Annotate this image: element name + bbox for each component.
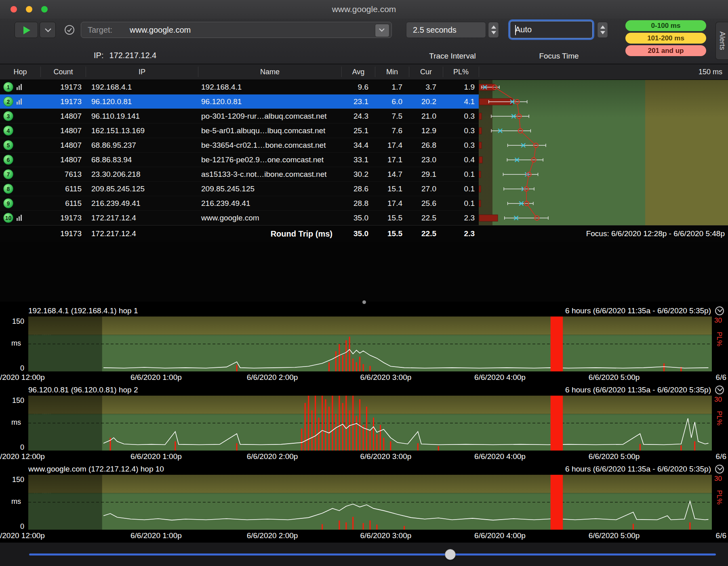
col-header-hop[interactable]: Hop bbox=[0, 67, 40, 77]
splitter-handle-icon bbox=[362, 300, 366, 304]
hop-name: be-5-ar01.albuqu…lbuq.comcast.net bbox=[198, 126, 341, 135]
x-axis-label: 6/6/2020 4:00p bbox=[474, 531, 526, 540]
hop-number-badge: 2 bbox=[3, 96, 13, 107]
x-axis-label: 6/6/2020 1:00p bbox=[130, 531, 182, 540]
hop-cur: 3.7 bbox=[409, 83, 443, 92]
hop-avg: 9.6 bbox=[341, 83, 375, 92]
col-header-avg[interactable]: Avg bbox=[341, 67, 375, 77]
play-icon bbox=[23, 26, 30, 34]
hop-min: 7.6 bbox=[375, 126, 409, 135]
target-dropdown-button[interactable] bbox=[375, 24, 389, 37]
timeline-graphs: 192.168.4.1 (192.168.4.1) hop 16 hours (… bbox=[0, 305, 728, 543]
x-axis-label: 6/6/2020 3:00p bbox=[360, 373, 412, 382]
hop-avg: 23.1 bbox=[341, 97, 375, 106]
summary-cur: 22.5 bbox=[409, 229, 443, 238]
timeline-slider-thumb[interactable] bbox=[445, 549, 456, 560]
col-header-min[interactable]: Min bbox=[375, 67, 409, 77]
empty-area bbox=[0, 242, 728, 302]
hop-ip: 172.217.12.4 bbox=[86, 214, 198, 222]
hop-count: 19173 bbox=[40, 97, 86, 106]
summary-count: 19173 bbox=[40, 229, 86, 238]
ip-value: 172.217.12.4 bbox=[109, 51, 156, 60]
col-header-cur[interactable]: Cur bbox=[409, 67, 443, 77]
hop-name: 209.85.245.125 bbox=[198, 184, 341, 193]
x-axis-label: /2020 12:00p bbox=[0, 373, 45, 382]
target-label: Target: bbox=[88, 25, 112, 35]
timeline-collapse-button[interactable] bbox=[715, 306, 724, 315]
col-header-count[interactable]: Count bbox=[40, 67, 86, 77]
timeline-collapse-button[interactable] bbox=[715, 386, 724, 394]
timeline-slider-track[interactable] bbox=[29, 553, 716, 556]
target-input[interactable]: Target: www.google.com bbox=[81, 22, 392, 38]
hop-number-badge: 6 bbox=[3, 155, 13, 165]
hop-count: 14807 bbox=[40, 112, 86, 121]
timeline-plot[interactable] bbox=[28, 475, 712, 530]
chevron-down-icon bbox=[379, 28, 385, 33]
pl-axis-label: PL% bbox=[715, 411, 723, 426]
latency-scale-label: 150 ms bbox=[479, 67, 728, 77]
bar-chart-icon[interactable] bbox=[17, 99, 22, 105]
hop-pl: 0.1 bbox=[443, 199, 479, 208]
x-axis-label: 6/6/2020 2:00p bbox=[247, 373, 298, 382]
timeline-collapse-button[interactable] bbox=[715, 465, 724, 474]
hop-avg: 24.3 bbox=[341, 112, 375, 121]
hop-pl: 0.3 bbox=[443, 126, 479, 135]
timeline-chart-hop: www.google.com (172.217.12.4) hop 106 ho… bbox=[0, 463, 728, 543]
hop-min: 14.7 bbox=[375, 170, 409, 179]
trace-interval-stepper[interactable] bbox=[488, 22, 499, 38]
focus-time-stepper[interactable] bbox=[597, 22, 608, 38]
col-header-name[interactable]: Name bbox=[198, 67, 341, 77]
timeline-range-label: 6 hours (6/6/2020 11:35a - 6/6/2020 5:35… bbox=[565, 386, 711, 394]
timeline-plot[interactable] bbox=[28, 396, 712, 451]
hop-name: 192.168.4.1 bbox=[198, 83, 341, 92]
hop-ip: 216.239.49.41 bbox=[86, 199, 198, 208]
hop-min: 15.1 bbox=[375, 184, 409, 193]
x-axis-label: 6/6/2020 3:00p bbox=[360, 452, 412, 461]
hop-name: po-301-1209-rur…albuq.comcast.net bbox=[198, 112, 341, 121]
start-trace-button[interactable] bbox=[15, 22, 38, 38]
hop-cur: 27.0 bbox=[409, 184, 443, 193]
col-header-pl[interactable]: PL% bbox=[443, 67, 479, 77]
bottom-bar bbox=[0, 543, 728, 566]
alerts-tab[interactable]: Alerts bbox=[715, 22, 728, 60]
hop-count: 6115 bbox=[40, 199, 86, 208]
hop-min: 17.4 bbox=[375, 199, 409, 208]
bar-chart-icon[interactable] bbox=[17, 84, 22, 90]
pane-splitter[interactable] bbox=[0, 300, 728, 304]
timeline-title: 192.168.4.1 (192.168.4.1) hop 1 bbox=[28, 306, 138, 315]
trace-interval-select[interactable]: 2.5 seconds bbox=[406, 22, 486, 38]
x-axis: /2020 12:00p6/6/2020 1:00p6/6/2020 2:00p… bbox=[0, 451, 728, 463]
hop-pl: 0.1 bbox=[443, 170, 479, 179]
x-axis-label: 6/6 bbox=[716, 452, 726, 461]
hop-count: 14807 bbox=[40, 155, 86, 164]
col-header-ip[interactable]: IP bbox=[86, 67, 198, 77]
legend-101-200ms: 101-200 ms bbox=[625, 33, 706, 44]
focus-time-input[interactable]: Auto bbox=[510, 21, 593, 38]
hop-cur: 23.0 bbox=[409, 155, 443, 164]
hop-ip: 68.86.83.94 bbox=[86, 155, 198, 164]
trace-interval-value: 2.5 seconds bbox=[413, 25, 457, 35]
summary-min: 15.5 bbox=[375, 229, 409, 238]
hop-pl: 4.1 bbox=[443, 97, 479, 106]
x-axis-label: 6/6/2020 5:00p bbox=[589, 373, 640, 382]
timeline-chart-hop: 96.120.0.81 (96.120.0.81) hop 26 hours (… bbox=[0, 384, 728, 463]
hop-name: be-33654-cr02.1…bone.comcast.net bbox=[198, 141, 341, 150]
timeline-plot[interactable] bbox=[28, 317, 712, 371]
trace-menu-button[interactable] bbox=[40, 22, 56, 38]
y-axis-max-label: 150 bbox=[0, 317, 24, 326]
hop-number-badge: 10 bbox=[3, 213, 13, 223]
hop-name: www.google.com bbox=[198, 214, 341, 222]
y-axis-max-label: 150 bbox=[0, 396, 24, 405]
hop-cell: 8 bbox=[0, 184, 40, 194]
target-ok-icon bbox=[65, 25, 74, 35]
x-axis: /2020 12:00p6/6/2020 1:00p6/6/2020 2:00p… bbox=[0, 530, 728, 543]
hop-name: 216.239.49.41 bbox=[198, 199, 341, 208]
hop-count: 19173 bbox=[40, 214, 86, 222]
hop-cur: 12.9 bbox=[409, 126, 443, 135]
x-axis-label: /2020 12:00p bbox=[0, 531, 45, 540]
hop-min: 17.1 bbox=[375, 155, 409, 164]
pl-axis-max-label: 30 bbox=[714, 475, 722, 483]
bar-chart-icon[interactable] bbox=[17, 215, 22, 221]
hop-name: be-12176-pe02.9…one.comcast.net bbox=[198, 155, 341, 164]
legend-201-up: 201 and up bbox=[625, 45, 706, 56]
